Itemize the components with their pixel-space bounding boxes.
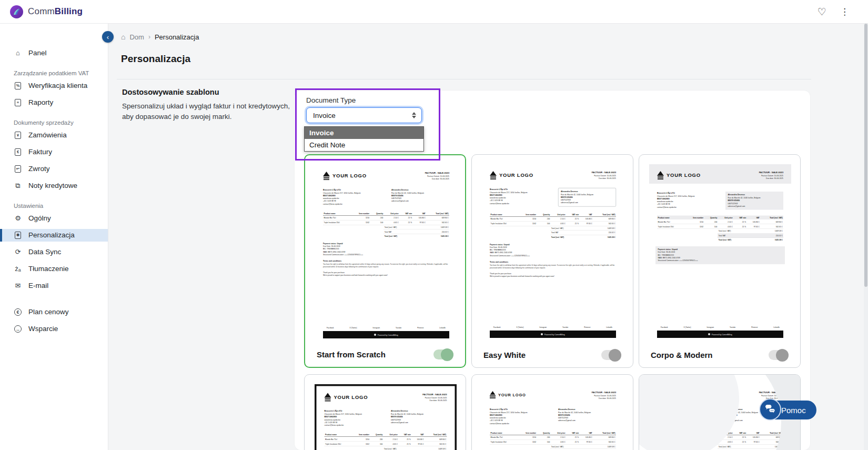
invoice-powered-by-bar: Powered by CommBilling (323, 331, 449, 338)
invoice-sender-block: Brasserie L'Épi d'OrChaussée de Wavre 21… (657, 192, 715, 209)
sidebar-item-e-mail[interactable]: ✉E-mail (0, 279, 108, 292)
placeholder-logo-icon (657, 171, 664, 179)
sidebar-item-plan-cenowy[interactable]: €Plan cenowy (0, 306, 108, 318)
invoice-items-table: Product nameItem numberQuantityUnit pric… (323, 212, 449, 225)
sidebar-item-weryfikacja-klienta[interactable]: %Weryfikacja klienta (0, 79, 108, 92)
social-link: X (Twitter) (516, 326, 523, 328)
sidebar-item-personalizacja[interactable]: ✱Personalizacja (0, 229, 108, 242)
invoice-euro-icon: € (14, 148, 22, 156)
section-description: Spersonalizuj układ i wygląd faktur i no… (122, 101, 297, 122)
social-link: Youtube (730, 326, 735, 328)
invoice-preview: YOUR LOGO FACTUUR : SALE-0023 Factuur Da… (315, 165, 457, 338)
invoice-powered-by-bar: Powered by CommBilling (490, 331, 616, 338)
sidebar-group: €Plan cenowy‥Wsparcie (0, 298, 108, 335)
vertical-scrollbar[interactable] (864, 24, 868, 450)
help-chat-icon (759, 398, 781, 421)
invoice-date: Factuur Datum: 10-06-2025 (422, 397, 447, 399)
invoice-date: Factuur Datum: 10-06-2025 (425, 175, 449, 177)
template-card-corpo-modern[interactable]: YOUR LOGO FACTUUR : SALE-0023 Factuur Da… (639, 154, 801, 368)
sidebar-item-data-sync[interactable]: ⟳Data Sync (0, 246, 108, 258)
scrollbar-thumb[interactable] (864, 24, 867, 287)
placeholder-logo-icon (490, 171, 497, 179)
social-link: Pinterest (584, 326, 590, 328)
breadcrumb-home-icon[interactable]: ⌂ (121, 33, 125, 41)
sidebar-item-og-lny[interactable]: ⚙Ogólny (0, 212, 108, 225)
invoice-preview: YOUR LOGO FACTUUR : SALE-0023 Factuur Da… (649, 164, 791, 338)
sidebar-item-label: Panel (28, 47, 47, 59)
template-card-row2-1[interactable]: YOUR LOGO FACTUUR : SALE-0023 Factuur Da… (304, 374, 466, 450)
template-toggle-corpo-modern[interactable] (769, 350, 789, 360)
invoice-social-links: FacebookX (Twitter)InstagramYoutubePinte… (490, 326, 616, 331)
home-icon: ⌂ (14, 47, 22, 59)
social-link: X (Twitter) (683, 326, 691, 328)
invoice-sender-block: Brasserie L'Épi d'OrChaussée de Wavre 21… (490, 188, 548, 206)
invoice-totals: Total (excl. VAT)1409.58 €Total VAT224.3… (383, 225, 449, 238)
sidebar: ‹ ⌂PanelZarządzanie podatkiem VAT%Weryfi… (0, 24, 108, 450)
main-content: ⌂ Dom › Personalizacja Personalizacja Do… (108, 24, 864, 450)
sidebar-item-noty-kredytowe[interactable]: ⧉Noty kredytowe (0, 179, 108, 192)
sidebar-item-zam-wienia[interactable]: ∨Zamówienia (0, 129, 108, 142)
social-link: LinkedIn (439, 327, 446, 329)
invoice-social-links: FacebookX (Twitter)InstagramYoutubePinte… (657, 326, 783, 331)
invoice-totals: Total (excl. VAT)1409.58 €Total VAT224.3… (550, 445, 616, 450)
document-percent-icon: % (14, 82, 22, 89)
breadcrumb-separator-icon: › (148, 33, 150, 41)
invoice-preview: YOUR LOGO FACTUUR : SALE-0023 Factuur Da… (315, 384, 457, 450)
document-type-label: Document Type (306, 96, 356, 104)
document-type-select[interactable]: Invoice (306, 107, 422, 123)
sidebar-section-heading: Dokumenty sprzedaży (0, 115, 108, 129)
template-card-easy-white[interactable]: YOUR LOGO FACTUUR : SALE-0023 Factuur Da… (471, 154, 633, 368)
social-link: Instagram (372, 327, 380, 329)
sidebar-item-wsparcie[interactable]: ‥Wsparcie (0, 323, 108, 335)
sidebar-group: Dokumenty sprzedaży∨Zamówienia€Faktury↩Z… (0, 115, 108, 192)
template-card-start-from-scratch[interactable]: YOUR LOGO FACTUUR : SALE-0023 Factuur Da… (304, 154, 466, 368)
breadcrumb: ⌂ Dom › Personalizacja (121, 33, 199, 41)
sidebar-item-label: E-mail (28, 279, 48, 292)
sidebar-item-label: Faktury (28, 146, 52, 158)
invoice-terms-block: Terms and conditionsYou have the right t… (490, 261, 616, 269)
sidebar-item-t-umaczenie[interactable]: żₐTłumaczenie (0, 263, 108, 275)
social-link: Instagram (706, 326, 714, 328)
template-card-row2-2[interactable]: YOUR LOGO FACTUUR : SALE-0023 Factuur Da… (471, 374, 633, 450)
invoice-social-links: FacebookX (Twitter)InstagramYoutubePinte… (323, 327, 449, 332)
sidebar-section-heading: Ustawienia (0, 198, 108, 212)
social-link: Youtube (562, 326, 568, 328)
powered-by-logo-icon (708, 333, 710, 335)
invoice-ref: FACTUUR : SALE-0023 (759, 171, 783, 174)
invoice-totals: Total (excl. VAT)1409.58 €Total VAT224.3… (550, 226, 616, 239)
sidebar-item-panel[interactable]: ⌂Panel (0, 47, 108, 59)
document-type-option-invoice[interactable]: Invoice (305, 127, 423, 139)
invoice-recipient-block: Alexandra DevreuxRue du Marché 42, 1040 … (391, 410, 447, 427)
breadcrumb-item-home[interactable]: Dom (129, 33, 144, 41)
translate-icon: żₐ (14, 263, 22, 275)
template-toggle-easy-white[interactable] (601, 350, 621, 360)
select-updown-icon (412, 112, 416, 118)
sidebar-item-faktury[interactable]: €Faktury (0, 146, 108, 158)
invoice-recipient-block: Alexandra DevreuxRue du Marché 42, 1040 … (558, 188, 616, 206)
favorites-heart-icon[interactable]: ♡ (817, 7, 826, 17)
breadcrumb-item-current: Personalizacja (155, 33, 199, 41)
invoice-sender-block: Brasserie L'Épi d'OrChaussée de Wavre 21… (323, 188, 381, 206)
placeholder-logo-text: YOUR LOGO (332, 173, 367, 178)
invoice-preview: YOUR LOGO FACTUUR : SALE-0023 Factuur Da… (482, 164, 624, 338)
template-toggle-start-from-scratch[interactable] (433, 349, 453, 359)
invoice-items-table: Product nameItem numberQuantityUnit pric… (490, 212, 616, 226)
sidebar-collapse-button[interactable]: ‹ (102, 31, 114, 43)
credit-notes-icon: ⧉ (14, 179, 22, 192)
app-root: CommBilling ♡ ⋮ ‹ ⌂PanelZarządzanie poda… (0, 0, 868, 450)
brand-logo[interactable]: CommBilling (9, 5, 83, 19)
sidebar-item-raporty[interactable]: ≡Raporty (0, 96, 108, 109)
invoice-due-date: Due date: 30-06-2025 (422, 399, 447, 402)
help-button[interactable]: Pomoc (759, 400, 816, 420)
invoice-terms-block: Terms and conditionsYou have the right t… (323, 260, 449, 268)
template-panel: Document Type Invoice InvoiceCredit Note… (295, 91, 810, 450)
invoice-items-table: Product nameItem numberQuantityUnit pric… (325, 433, 447, 446)
powered-by-logo-icon (541, 333, 543, 335)
sidebar-item-label: Tłumaczenie (28, 263, 69, 275)
invoice-ref: FACTUUR : SALE-0023 (422, 393, 447, 396)
invoice-date: Factuur Datum: 10-06-2025 (592, 175, 616, 177)
kebab-menu-icon[interactable]: ⋮ (840, 7, 849, 16)
sidebar-item-zwroty[interactable]: ↩Zwroty (0, 163, 108, 175)
document-type-option-credit-note[interactable]: Credit Note (305, 139, 423, 151)
sidebar-item-label: Personalizacja (28, 229, 75, 242)
